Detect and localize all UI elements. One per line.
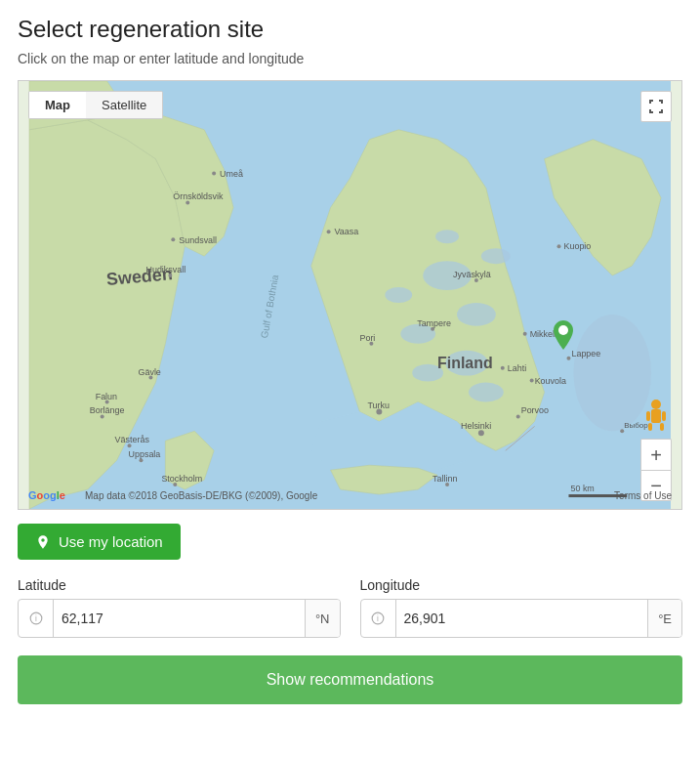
coords-row: Latitude i °N Longitude i (18, 577, 682, 638)
latitude-field: Latitude i °N (18, 577, 341, 638)
latitude-input-wrapper: i °N (18, 599, 341, 638)
svg-text:Helsinki: Helsinki (461, 421, 491, 431)
svg-text:Vaasa: Vaasa (335, 227, 359, 236)
longitude-input[interactable] (396, 600, 648, 637)
google-logo: Google (28, 489, 65, 501)
svg-text:Mikkeli: Mikkeli (530, 329, 556, 339)
svg-point-24 (327, 230, 331, 233)
longitude-info-icon[interactable]: i (361, 600, 396, 637)
location-icon (35, 534, 51, 550)
latitude-label: Latitude (18, 577, 341, 593)
svg-text:Tampere: Tampere (417, 318, 451, 328)
map-attribution: Map data ©2018 GeoBasis-DE/BKG (©2009), … (85, 490, 317, 501)
latitude-input[interactable] (54, 600, 305, 637)
svg-text:Gävle: Gävle (138, 367, 160, 377)
svg-text:Borlänge: Borlänge (90, 405, 125, 415)
page-container: Select regeneration site Click on the ma… (0, 0, 700, 720)
svg-point-9 (481, 248, 511, 264)
terms-label[interactable]: Terms of Use (614, 490, 672, 501)
use-my-location-button[interactable]: Use my location (18, 524, 181, 560)
svg-point-40 (530, 379, 534, 383)
latitude-info-icon[interactable]: i (19, 600, 54, 637)
svg-point-12 (385, 287, 412, 303)
svg-point-79 (558, 325, 568, 335)
svg-rect-74 (651, 409, 661, 423)
svg-text:Jyväskylä: Jyväskylä (453, 270, 491, 279)
svg-point-6 (457, 303, 496, 326)
pegman-svg (644, 400, 668, 431)
svg-point-42 (516, 414, 520, 418)
zoom-in-button[interactable]: + (640, 439, 672, 470)
svg-point-13 (435, 230, 459, 243)
svg-point-38 (501, 366, 505, 370)
svg-text:i: i (35, 614, 37, 623)
svg-text:Kouvola: Kouvola (535, 376, 566, 386)
svg-text:Hudiksvall: Hudiksvall (145, 265, 185, 274)
svg-point-36 (523, 332, 527, 336)
svg-text:i: i (377, 614, 379, 623)
info-icon-svg: i (29, 611, 43, 625)
svg-text:Uppsala: Uppsala (129, 449, 161, 459)
svg-text:Kuopio: Kuopio (564, 241, 592, 251)
longitude-label: Longitude (360, 577, 683, 593)
svg-text:Lappee: Lappee (571, 349, 600, 358)
svg-text:Sundsvall: Sundsvall (179, 235, 217, 245)
svg-text:Tallinn: Tallinn (432, 474, 457, 484)
fullscreen-icon (648, 99, 664, 114)
svg-text:Örnsköldsvik: Örnsköldsvik (173, 191, 224, 201)
svg-rect-76 (660, 423, 664, 431)
svg-text:Stockholm: Stockholm (161, 474, 202, 484)
svg-point-44 (557, 244, 561, 248)
svg-text:Västerås: Västerås (115, 435, 150, 444)
svg-rect-78 (662, 411, 666, 421)
svg-text:Finland: Finland (437, 355, 493, 371)
svg-text:Umeå: Umeå (220, 169, 243, 179)
map-svg: Sweden Finland Gulf of Bothnia Sundsvall… (19, 81, 681, 509)
page-title: Select regeneration site (18, 16, 682, 43)
page-subtitle: Click on the map or enter latitude and l… (18, 51, 682, 66)
show-recommendations-button[interactable]: Show recommendations (18, 655, 682, 704)
map-container[interactable]: Sweden Finland Gulf of Bothnia Sundsvall… (18, 80, 682, 510)
map-tab[interactable]: Map (29, 92, 86, 118)
longitude-input-wrapper: i °E (360, 599, 683, 638)
svg-rect-75 (648, 423, 652, 431)
svg-text:Porvoo: Porvoo (521, 405, 549, 415)
svg-point-73 (651, 400, 661, 409)
latitude-suffix: °N (305, 600, 340, 637)
longitude-field: Longitude i °E (360, 577, 683, 638)
pegman-icon[interactable] (640, 400, 672, 431)
svg-point-22 (171, 237, 175, 241)
svg-text:Falun: Falun (96, 392, 117, 401)
svg-text:Turku: Turku (367, 401, 390, 410)
map-pin (554, 320, 573, 354)
svg-text:50 km: 50 km (570, 484, 594, 493)
map-type-toggle[interactable]: Map Satellite (28, 91, 163, 119)
svg-text:Pori: Pori (359, 333, 375, 343)
svg-point-11 (469, 383, 504, 402)
pin-icon (554, 320, 573, 350)
svg-point-46 (566, 357, 570, 360)
longitude-suffix: °E (647, 600, 681, 637)
svg-text:Lahti: Lahti (508, 363, 526, 373)
svg-rect-77 (646, 411, 650, 421)
svg-point-60 (212, 172, 216, 176)
info-icon-svg-2: i (371, 611, 385, 625)
satellite-tab[interactable]: Satellite (86, 92, 162, 118)
fullscreen-button[interactable] (640, 91, 672, 122)
